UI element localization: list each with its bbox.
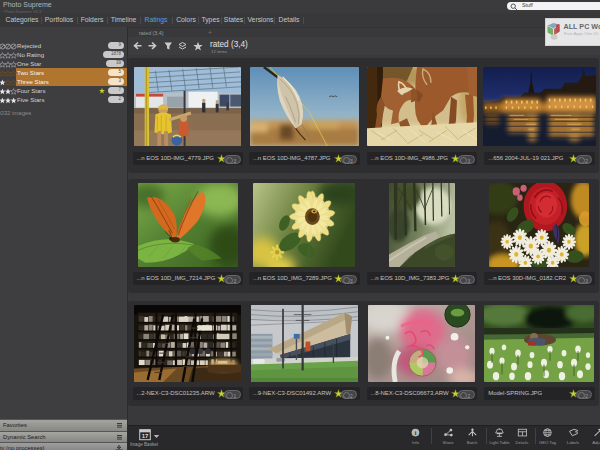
svg-text:17: 17 <box>142 433 149 439</box>
